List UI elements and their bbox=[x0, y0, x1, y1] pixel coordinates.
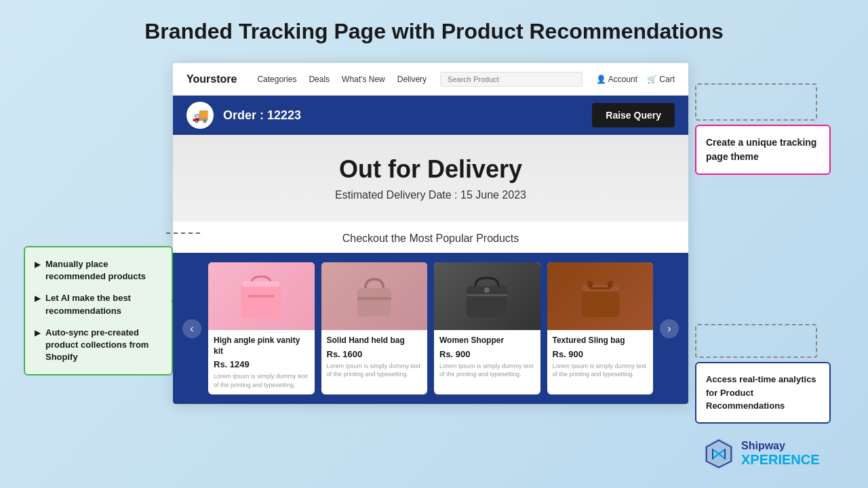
carousel-prev-button[interactable]: ‹ bbox=[182, 319, 201, 338]
arrow-icon-2: ▶ bbox=[35, 293, 40, 304]
product-card-1: High angle pink vanity kit Rs. 1249 Lore… bbox=[208, 262, 315, 394]
nav-cart[interactable]: 🛒 Cart bbox=[647, 75, 675, 84]
product-card-3: Women Shopper Rs. 900 Lorem Ipsum is sim… bbox=[434, 262, 540, 394]
nav-categories[interactable]: Categories bbox=[257, 75, 296, 84]
nav-deals[interactable]: Deals bbox=[309, 75, 330, 84]
dashed-placeholder-top bbox=[695, 83, 817, 121]
product-image-3 bbox=[434, 262, 540, 330]
raise-query-button[interactable]: Raise Query bbox=[592, 103, 675, 127]
svg-rect-3 bbox=[357, 288, 391, 317]
product-desc-2: Lorem Ipsum is simply dummy text of the … bbox=[327, 362, 422, 379]
analytics-annotation: Access real-time analytics for Product R… bbox=[695, 362, 831, 424]
product-image-4 bbox=[547, 262, 654, 330]
shipway-logo-area: Shipway XPERIENCE bbox=[702, 437, 820, 471]
dashed-placeholder-bottom bbox=[695, 324, 817, 358]
product-price-4: Rs. 900 bbox=[553, 349, 648, 359]
product-name-3: Women Shopper bbox=[439, 336, 535, 346]
left-annotation-item-3: ▶ Auto-sync pre-created product collecti… bbox=[35, 327, 162, 364]
product-card-body-3: Women Shopper Rs. 900 Lorem Ipsum is sim… bbox=[434, 330, 540, 384]
order-number: Order : 12223 bbox=[223, 108, 592, 123]
svg-rect-13 bbox=[587, 281, 591, 286]
svg-rect-6 bbox=[467, 294, 507, 296]
svg-rect-10 bbox=[590, 287, 610, 289]
svg-rect-14 bbox=[609, 281, 613, 286]
nav-delivery[interactable]: Delivery bbox=[397, 75, 427, 84]
product-card-body-1: High angle pink vanity kit Rs. 1249 Lore… bbox=[208, 330, 315, 394]
nav-links: Categories Deals What's New Delivery bbox=[257, 75, 427, 84]
delivery-icon: 🚚 bbox=[186, 102, 214, 129]
products-grid: High angle pink vanity kit Rs. 1249 Lore… bbox=[208, 262, 653, 394]
order-banner: 🚚 Order : 12223 Raise Query bbox=[173, 96, 688, 135]
arrow-icon-1: ▶ bbox=[35, 260, 40, 270]
nav-account[interactable]: 👤 Account bbox=[596, 75, 637, 84]
left-annotation-item-2: ▶ Let AI make the best recommendations bbox=[35, 292, 162, 317]
arrow-icon-3: ▶ bbox=[35, 328, 40, 338]
page-title: Branded Tracking Page with Product Recom… bbox=[0, 0, 868, 56]
product-card-4: Textured Sling bag Rs. 900 Lorem Ipsum i… bbox=[547, 262, 654, 394]
svg-rect-1 bbox=[248, 295, 275, 298]
product-image-1 bbox=[208, 262, 315, 330]
product-price-2: Rs. 1600 bbox=[327, 349, 422, 359]
svg-point-7 bbox=[484, 287, 490, 293]
product-name-2: Solid Hand held bag bbox=[327, 336, 422, 346]
product-card-2: Solid Hand held bag Rs. 1600 Lorem Ipsum… bbox=[321, 262, 428, 394]
tracking-theme-annotation: Create a unique tracking page theme bbox=[695, 125, 831, 175]
delivery-date: Estimated Delivery Date : 15 June 2023 bbox=[186, 189, 675, 201]
store-mockup: Yourstore Categories Deals What's New De… bbox=[173, 63, 688, 404]
product-desc-3: Lorem Ipsum is simply dummy text of the … bbox=[439, 362, 535, 379]
left-annotation-item-1: ▶ Manually place recommended products bbox=[35, 258, 162, 283]
svg-rect-4 bbox=[357, 297, 391, 300]
product-price-3: Rs. 900 bbox=[439, 349, 535, 359]
product-desc-4: Lorem Ipsum is simply dummy text of the … bbox=[553, 362, 648, 379]
products-section: Checkout the Most Popular Products ‹ bbox=[173, 222, 688, 404]
svg-rect-0 bbox=[241, 285, 281, 319]
store-navbar: Yourstore Categories Deals What's New De… bbox=[173, 63, 688, 96]
left-annotation-area: ▶ Manually place recommended products ▶ … bbox=[24, 246, 173, 375]
delivery-status: Out for Delivery bbox=[186, 155, 675, 184]
shipway-text-area: Shipway XPERIENCE bbox=[741, 440, 820, 468]
store-logo: Yourstore bbox=[186, 73, 237, 85]
nav-whats-new[interactable]: What's New bbox=[342, 75, 385, 84]
product-name-1: High angle pink vanity kit bbox=[214, 336, 309, 357]
search-input[interactable] bbox=[440, 72, 583, 87]
product-price-1: Rs. 1249 bbox=[214, 359, 309, 369]
product-image-2 bbox=[321, 262, 428, 330]
product-card-body-4: Textured Sling bag Rs. 900 Lorem Ipsum i… bbox=[547, 330, 654, 384]
svg-rect-2 bbox=[243, 281, 279, 287]
delivery-section: Out for Delivery Estimated Delivery Date… bbox=[173, 135, 688, 222]
nav-actions: 👤 Account 🛒 Cart bbox=[596, 75, 675, 84]
carousel-next-button[interactable]: › bbox=[660, 319, 679, 338]
left-annotation-box: ▶ Manually place recommended products ▶ … bbox=[24, 246, 173, 375]
products-carousel: ‹ High angle pin bbox=[173, 253, 688, 404]
products-section-title: Checkout the Most Popular Products bbox=[173, 232, 688, 245]
shipway-icon bbox=[702, 437, 736, 471]
product-card-body-2: Solid Hand held bag Rs. 1600 Lorem Ipsum… bbox=[321, 330, 428, 384]
product-name-4: Textured Sling bag bbox=[553, 336, 648, 346]
product-desc-1: Lorem Ipsum is simply dummy text of the … bbox=[214, 372, 309, 389]
